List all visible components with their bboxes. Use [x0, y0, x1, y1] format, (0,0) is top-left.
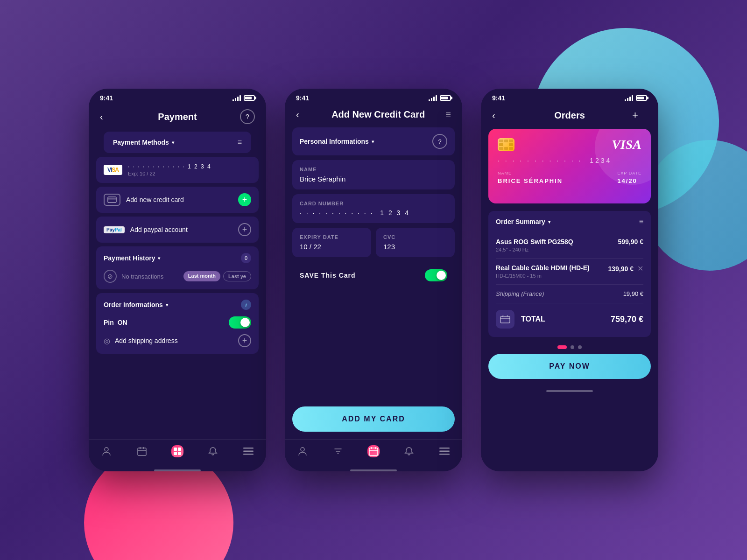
- nav-list-1[interactable]: [166, 445, 189, 457]
- calendar-icon-active: [367, 445, 380, 457]
- hamburger-icon-2[interactable]: ≡: [445, 109, 451, 120]
- svg-rect-16: [500, 316, 510, 323]
- battery-fill-1: [245, 97, 252, 99]
- nav-bell-2[interactable]: [397, 445, 421, 457]
- back-btn-2[interactable]: ‹: [296, 109, 311, 120]
- hamburger-icon-3[interactable]: ≡: [639, 217, 643, 226]
- page-title-2: Add New Credit Card: [331, 109, 425, 120]
- item1-price: 599,90 €: [618, 238, 644, 245]
- help-icon-1[interactable]: ?: [240, 109, 255, 124]
- card-number-value: · · · · · · · · · · · · 1 2 3 4: [300, 209, 447, 217]
- home-indicator-2: [350, 469, 397, 471]
- expiry-field[interactable]: EXPIRY DATE 10 / 22: [292, 228, 371, 257]
- card-number-label: CARD NUMBER: [300, 201, 447, 206]
- status-bar-3: 9:41: [481, 89, 658, 105]
- name-field[interactable]: NAME Brice Séraphin: [292, 160, 455, 189]
- save-toggle[interactable]: [425, 269, 447, 281]
- add-credit-card-item[interactable]: Add new credit card +: [96, 187, 259, 213]
- personal-info-title: Personal Informations ▾: [300, 138, 374, 145]
- credit-card-icon: [104, 194, 120, 206]
- last-month-btn[interactable]: Last month: [183, 271, 220, 281]
- signal-bar-2: [235, 98, 236, 101]
- visa-card-info: · · · · · · · · · · · · 1 2 3 4 Exp: 10 …: [128, 163, 211, 176]
- order-summary-section: Order Summary ▾ ≡ Asus ROG Swift PG258Q …: [488, 211, 651, 337]
- item2-price: 139,90 €: [608, 265, 634, 273]
- shipping-label: Shipping (France): [496, 290, 544, 297]
- info-icon[interactable]: i: [241, 300, 251, 310]
- total-label: TOTAL: [521, 315, 604, 323]
- help-icon-2[interactable]: ?: [432, 134, 447, 149]
- add-paypal-item[interactable]: PayPal Add paypal account +: [96, 217, 259, 243]
- add-shipping-btn[interactable]: +: [238, 334, 251, 347]
- dot-2[interactable]: [571, 345, 574, 349]
- total-amount: 759,70 €: [611, 315, 643, 324]
- back-btn-1[interactable]: ‹: [100, 112, 115, 122]
- add-order-btn[interactable]: +: [632, 109, 647, 121]
- list-icon-active: [171, 445, 183, 457]
- add-credit-card-btn[interactable]: +: [238, 193, 251, 206]
- svg-rect-8: [243, 448, 254, 449]
- dot-3[interactable]: [578, 345, 582, 349]
- dot-active[interactable]: [557, 345, 567, 349]
- payment-history-header: Payment History ▾ 0: [104, 253, 251, 263]
- svg-rect-14: [439, 451, 450, 452]
- nav-calendar-1[interactable]: [130, 445, 154, 457]
- svg-rect-0: [108, 197, 116, 203]
- save-label: SAVE This Card: [300, 272, 356, 279]
- hamburger-icon-1[interactable]: ≡: [238, 138, 242, 147]
- visa-dots: · · · · · · · · · · · · 1 2 3 4: [128, 163, 211, 170]
- nav-calendar-2[interactable]: [362, 445, 385, 457]
- order-item-2: Real Cable Câble HDMI (HD-E) HD-E/15M00 …: [496, 259, 643, 285]
- nav-bell-1[interactable]: [201, 445, 225, 457]
- chevron-down-icon: ▾: [172, 140, 174, 145]
- nav-menu-2[interactable]: [433, 445, 456, 457]
- personal-chevron: ▾: [372, 139, 374, 144]
- card-name-value: BRICE SÉRAPHIN: [498, 177, 563, 184]
- card-name-item: NAME BRICE SÉRAPHIN: [498, 171, 563, 185]
- item2-name: Real Cable Câble HDMI (HD-E): [496, 264, 590, 272]
- status-icons-3: [625, 95, 647, 101]
- battery-1: [244, 95, 255, 101]
- pin-toggle[interactable]: [229, 316, 251, 329]
- last-year-btn[interactable]: Last ye: [223, 271, 251, 281]
- status-time-2: 9:41: [296, 94, 309, 102]
- add-paypal-btn[interactable]: +: [238, 223, 251, 236]
- add-card-btn[interactable]: ADD MY CARD: [292, 406, 455, 432]
- nav-menu-1[interactable]: [237, 445, 260, 457]
- back-btn-3[interactable]: ‹: [492, 110, 507, 121]
- home-indicator-1: [154, 469, 201, 471]
- svg-rect-6: [174, 452, 177, 455]
- payment-methods-header[interactable]: Payment Methods ▾ ≡: [104, 132, 251, 153]
- svg-point-11: [301, 448, 304, 451]
- order-item-1: Asus ROG Swift PG258Q 24,5'' - 240 Hz 59…: [496, 232, 643, 259]
- add-paypal-left: PayPal Add paypal account: [104, 226, 188, 233]
- filter-buttons: Last month Last ye: [183, 271, 251, 281]
- svg-rect-4: [174, 448, 177, 451]
- pagination-dots: [481, 341, 658, 354]
- shipping-row-order: Shipping (France) 19,90 €: [496, 285, 643, 303]
- svg-rect-10: [243, 454, 254, 455]
- signal-1: [233, 95, 241, 101]
- page-title-3: Orders: [554, 110, 585, 121]
- person-icon: [100, 445, 113, 457]
- shipping-row: ◎ Add shipping address +: [104, 334, 251, 347]
- menu-icon: [242, 445, 254, 457]
- bell-icon: [207, 445, 219, 457]
- name-label: NAME: [300, 167, 447, 172]
- location-icon: ◎: [104, 336, 110, 345]
- status-icons-1: [233, 95, 255, 101]
- card-number-field[interactable]: CARD NUMBER · · · · · · · · · · · · 1 2 …: [292, 194, 455, 223]
- pay-now-btn[interactable]: PAY NOW: [488, 354, 651, 379]
- remove-item2-btn[interactable]: ✕: [637, 264, 643, 273]
- calendar-icon: [136, 445, 148, 457]
- signal-2: [429, 95, 437, 101]
- header-1: ‹ Payment ?: [89, 105, 266, 132]
- history-count-badge: 0: [241, 253, 251, 263]
- cvc-field[interactable]: CVC 123: [376, 228, 455, 257]
- status-bar-1: 9:41: [89, 89, 266, 105]
- pin-row: Pin ON: [104, 316, 251, 329]
- nav-sort-2[interactable]: [326, 445, 350, 457]
- nav-person-1[interactable]: [95, 445, 118, 457]
- battery-2: [440, 95, 451, 101]
- nav-person-2[interactable]: [291, 445, 314, 457]
